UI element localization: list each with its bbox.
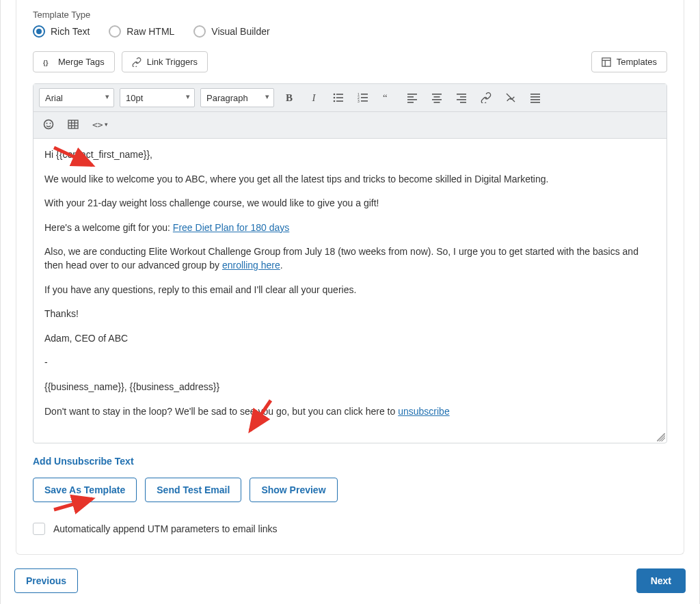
bullet-list-button[interactable]	[329, 88, 348, 107]
svg-point-4	[334, 94, 336, 96]
svg-rect-23	[432, 99, 442, 100]
body-line: Here's a welcome gift for you: Free Diet…	[44, 221, 656, 235]
align-right-icon	[456, 92, 467, 103]
svg-rect-30	[530, 94, 540, 95]
align-center-icon	[431, 92, 442, 103]
editor-action-toolbar: {} Merge Tags Link Triggers Templates	[33, 51, 667, 72]
font-family-select[interactable]: Arial	[39, 88, 114, 107]
utm-label: Automatically append UTM parameters to e…	[53, 523, 278, 534]
bullet-list-icon	[333, 92, 344, 103]
svg-text:{}: {}	[43, 58, 49, 66]
numbered-list-icon: 123	[358, 92, 368, 103]
svg-point-36	[50, 123, 51, 124]
utm-checkbox[interactable]	[33, 523, 45, 535]
radio-icon	[193, 25, 206, 38]
svg-point-35	[46, 123, 48, 124]
font-size-select[interactable]: 10pt	[120, 88, 195, 107]
next-button[interactable]: Next	[636, 568, 686, 593]
svg-rect-37	[68, 120, 78, 128]
link-triggers-label: Link Triggers	[147, 57, 198, 67]
body-line: With your 21-day weight loss challenge c…	[44, 197, 656, 210]
show-preview-button[interactable]: Show Preview	[250, 478, 337, 502]
free-diet-plan-link[interactable]: Free Diet Plan for 180 days	[173, 222, 289, 233]
unlink-icon	[505, 92, 516, 103]
enrolling-here-link[interactable]: enrolling here	[222, 260, 280, 271]
svg-rect-21	[432, 94, 442, 95]
previous-button[interactable]: Previous	[14, 568, 78, 593]
svg-rect-22	[434, 96, 440, 98]
align-center-button[interactable]	[427, 88, 446, 107]
svg-point-34	[44, 120, 53, 129]
svg-point-6	[334, 97, 336, 99]
svg-rect-25	[457, 94, 466, 95]
merge-tags-icon: {}	[43, 57, 53, 67]
add-unsubscribe-text-link[interactable]: Add Unsubscribe Text	[33, 456, 134, 467]
code-icon: <>	[92, 120, 103, 130]
link-triggers-button[interactable]: Link Triggers	[122, 51, 208, 72]
table-button[interactable]	[64, 115, 83, 134]
source-code-button[interactable]: <> ▾	[88, 115, 112, 134]
emoji-button[interactable]	[39, 115, 58, 134]
svg-rect-15	[361, 100, 368, 102]
bold-button[interactable]: B	[280, 88, 299, 107]
radio-raw-html[interactable]: Raw HTML	[109, 25, 174, 38]
body-line: Don't want to stay in the loop? We'll be…	[44, 405, 656, 419]
body-line: If you have any questions, reply to this…	[44, 284, 656, 297]
unsubscribe-link[interactable]: unsubscribe	[398, 406, 450, 417]
remove-link-button[interactable]	[501, 88, 520, 107]
svg-rect-31	[530, 96, 540, 98]
align-justify-icon	[530, 92, 541, 103]
link-icon	[132, 57, 142, 67]
svg-rect-17	[407, 94, 417, 95]
merge-tags-label: Merge Tags	[58, 57, 105, 67]
blockquote-button[interactable]: “	[378, 88, 397, 107]
emoji-icon	[43, 119, 54, 130]
editor-content-area[interactable]: Hi {{contact_first_name}}, We would like…	[33, 139, 667, 443]
table-icon	[68, 119, 79, 130]
body-line: Thanks!	[44, 307, 656, 321]
align-justify-button[interactable]	[526, 88, 545, 107]
svg-rect-20	[407, 102, 414, 103]
template-type-label: Template Type	[33, 10, 667, 20]
link-icon	[481, 92, 492, 103]
radio-icon	[109, 25, 121, 38]
svg-rect-18	[407, 96, 414, 98]
radio-label: Raw HTML	[126, 26, 174, 37]
numbered-list-button[interactable]: 123	[353, 88, 373, 107]
align-right-button[interactable]	[452, 88, 471, 107]
italic-button[interactable]: I	[304, 88, 323, 107]
templates-icon	[602, 57, 611, 67]
svg-point-8	[334, 100, 336, 102]
svg-rect-19	[407, 99, 417, 100]
svg-rect-11	[361, 94, 368, 95]
resize-handle[interactable]	[657, 433, 665, 441]
body-line: {{business_name}}, {{business_address}}	[44, 381, 656, 394]
svg-rect-7	[336, 97, 343, 98]
radio-visual-builder[interactable]: Visual Builder	[193, 25, 269, 38]
body-line: We would like to welcome you to ABC, whe…	[44, 173, 656, 187]
svg-rect-9	[336, 100, 343, 102]
body-line: Also, we are conducting Elite Workout Ch…	[44, 245, 656, 272]
quote-icon: “	[382, 92, 393, 103]
svg-rect-24	[434, 102, 440, 103]
send-test-email-button[interactable]: Send Test Email	[145, 478, 241, 502]
svg-rect-32	[530, 99, 540, 100]
svg-rect-13	[361, 97, 368, 98]
svg-text:“: “	[383, 92, 388, 103]
radio-icon	[33, 25, 45, 38]
insert-link-button[interactable]	[476, 88, 496, 107]
radio-rich-text[interactable]: Rich Text	[33, 25, 90, 38]
block-format-select[interactable]: Paragraph	[200, 88, 274, 107]
bold-icon: B	[286, 92, 293, 104]
templates-button[interactable]: Templates	[591, 51, 667, 72]
svg-rect-27	[457, 99, 466, 100]
save-as-template-button[interactable]: Save As Template	[33, 478, 137, 502]
body-line: Adam, CEO of ABC	[44, 332, 656, 346]
align-left-button[interactable]	[403, 88, 422, 107]
template-type-radio-group: Rich Text Raw HTML Visual Builder	[33, 25, 667, 38]
merge-tags-button[interactable]: {} Merge Tags	[33, 51, 115, 72]
svg-rect-33	[530, 102, 540, 103]
svg-text:3: 3	[358, 99, 360, 103]
templates-label: Templates	[617, 57, 657, 67]
rich-text-editor: Arial 10pt Paragraph B I 123 “	[33, 83, 667, 443]
